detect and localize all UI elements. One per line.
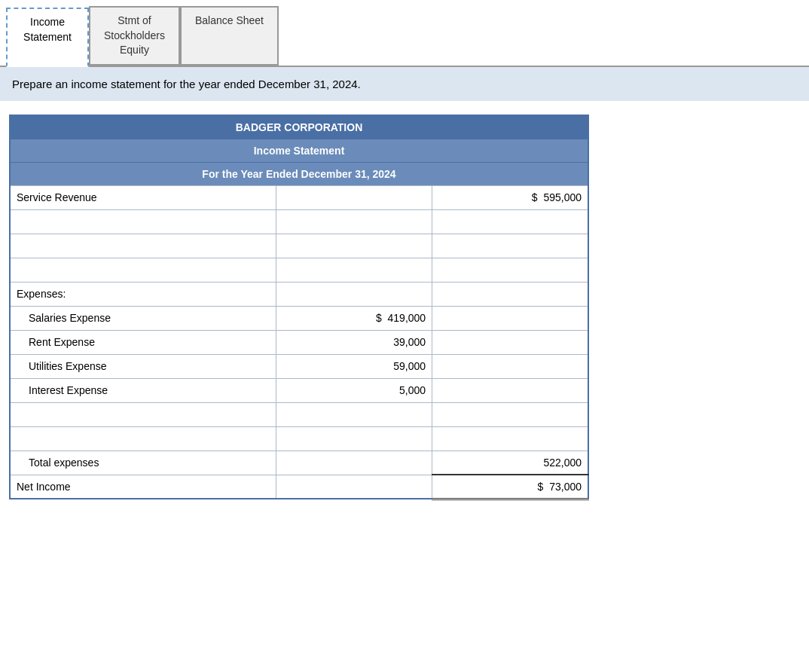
total-expenses-input-col1[interactable] <box>282 455 426 471</box>
salaries-label: Salaries Expense <box>10 306 276 330</box>
service-revenue-col1[interactable] <box>276 185 432 209</box>
rent-value: 39,000 <box>393 336 426 348</box>
row-blank1 <box>10 209 588 234</box>
tab-income-statement[interactable]: IncomeStatement <box>6 8 89 67</box>
blank2-label[interactable] <box>10 234 276 258</box>
salaries-value: $ 419,000 <box>376 312 426 324</box>
blank3-input-col1[interactable] <box>282 262 426 278</box>
expenses-input-col2[interactable] <box>438 286 582 302</box>
interest-value: 5,000 <box>399 384 426 396</box>
tabs-container: IncomeStatement Stmt ofStockholdersEquit… <box>0 0 809 67</box>
net-income-input-col1[interactable] <box>282 479 426 495</box>
blank2-col1[interactable] <box>276 234 432 258</box>
row-utilities-expense: Utilities Expense 59,000 <box>10 354 588 378</box>
service-revenue-dollar: $ 595,000 <box>532 191 582 203</box>
service-revenue-input-col1[interactable] <box>282 190 426 206</box>
tab-balance-sheet[interactable]: Balance Sheet <box>180 6 279 66</box>
income-statement-table: BADGER CORPORATION Income Statement For … <box>9 115 589 500</box>
blank5-col2[interactable] <box>432 426 588 451</box>
row-blank3 <box>10 258 588 282</box>
row-rent-expense: Rent Expense 39,000 <box>10 330 588 354</box>
rent-label-text: Rent Expense <box>29 336 95 348</box>
total-expenses-label: Total expenses <box>10 451 276 475</box>
blank1-input-col2[interactable] <box>438 214 582 230</box>
blank2-col2[interactable] <box>432 234 588 258</box>
rent-col1: 39,000 <box>276 330 432 354</box>
utilities-label-text: Utilities Expense <box>29 360 107 372</box>
expenses-label-text: Expenses: <box>17 288 66 300</box>
blank3-label[interactable] <box>10 258 276 282</box>
blank5-label[interactable] <box>10 426 276 451</box>
tab-label-equity: Stmt ofStockholdersEquity <box>104 14 165 56</box>
statement-wrapper: BADGER CORPORATION Income Statement For … <box>9 115 589 500</box>
utilities-label: Utilities Expense <box>10 354 276 378</box>
blank2-input-col1[interactable] <box>282 238 426 254</box>
row-expenses-label: Expenses: <box>10 282 588 306</box>
net-income-col1[interactable] <box>276 475 432 499</box>
utilities-input-col2[interactable] <box>438 359 582 374</box>
blank3-input-col2[interactable] <box>438 262 582 278</box>
row-service-revenue: Service Revenue $ 595,000 <box>10 185 588 209</box>
blank3-col1[interactable] <box>276 258 432 282</box>
interest-label: Interest Expense <box>10 378 276 402</box>
rent-input-col2[interactable] <box>438 334 582 350</box>
expenses-label-cell: Expenses: <box>10 282 276 306</box>
blank4-input-col1[interactable] <box>282 407 426 423</box>
blank5-col1[interactable] <box>276 426 432 451</box>
interest-label-text: Interest Expense <box>29 384 108 396</box>
rent-col2[interactable] <box>432 330 588 354</box>
blank4-input-label[interactable] <box>17 407 270 423</box>
row-total-expenses: Total expenses 522,000 <box>10 451 588 475</box>
blank1-label[interactable] <box>10 209 276 234</box>
company-name: BADGER CORPORATION <box>10 115 588 139</box>
blank1-input-label[interactable] <box>17 214 270 230</box>
expenses-input-col1[interactable] <box>282 286 426 302</box>
blank2-input-label[interactable] <box>17 238 270 254</box>
blank3-input-label[interactable] <box>17 262 270 278</box>
blank1-input-col1[interactable] <box>282 214 426 230</box>
total-expenses-col1[interactable] <box>276 451 432 475</box>
tab-label-balance: Balance Sheet <box>195 14 264 26</box>
net-income-value: $ 73,000 <box>538 481 582 493</box>
total-expenses-col2: 522,000 <box>432 451 588 475</box>
net-income-text: Net Income <box>17 481 71 493</box>
blank4-label[interactable] <box>10 402 276 426</box>
salaries-col1: $ 419,000 <box>276 306 432 330</box>
net-income-label: Net Income <box>10 475 276 499</box>
salaries-input-col2[interactable] <box>438 310 582 326</box>
statement-period-row: For the Year Ended December 31, 2024 <box>10 162 588 185</box>
utilities-col2[interactable] <box>432 354 588 378</box>
expenses-col1[interactable] <box>276 282 432 306</box>
tab-stockholders-equity[interactable]: Stmt ofStockholdersEquity <box>89 6 180 66</box>
total-expenses-value: 522,000 <box>543 457 582 469</box>
blank2-input-col2[interactable] <box>438 238 582 254</box>
blank4-input-col2[interactable] <box>438 407 582 423</box>
blank5-input-col1[interactable] <box>282 431 426 447</box>
blank5-input-col2[interactable] <box>438 431 582 447</box>
blank3-col2[interactable] <box>432 258 588 282</box>
interest-input-col2[interactable] <box>438 383 582 399</box>
row-blank5 <box>10 426 588 451</box>
expenses-col2[interactable] <box>432 282 588 306</box>
blank4-col1[interactable] <box>276 402 432 426</box>
interest-col2[interactable] <box>432 378 588 402</box>
salaries-col2[interactable] <box>432 306 588 330</box>
service-revenue-col2: $ 595,000 <box>432 185 588 209</box>
row-net-income: Net Income $ 73,000 <box>10 475 588 499</box>
tab-label-income: IncomeStatement <box>23 16 72 43</box>
salaries-label-text: Salaries Expense <box>29 312 111 324</box>
total-expenses-text: Total expenses <box>29 457 99 469</box>
net-income-col2: $ 73,000 <box>432 475 588 499</box>
blank4-col2[interactable] <box>432 402 588 426</box>
service-revenue-label: Service Revenue <box>10 185 276 209</box>
blank5-input-label[interactable] <box>17 431 270 447</box>
row-blank2 <box>10 234 588 258</box>
instruction-bar: Prepare an income statement for the year… <box>0 67 809 101</box>
statement-title-row: Income Statement <box>10 139 588 162</box>
company-header-row: BADGER CORPORATION <box>10 115 588 139</box>
row-blank4 <box>10 402 588 426</box>
row-interest-expense: Interest Expense 5,000 <box>10 378 588 402</box>
blank1-col1[interactable] <box>276 209 432 234</box>
utilities-value: 59,000 <box>393 360 426 372</box>
blank1-col2[interactable] <box>432 209 588 234</box>
